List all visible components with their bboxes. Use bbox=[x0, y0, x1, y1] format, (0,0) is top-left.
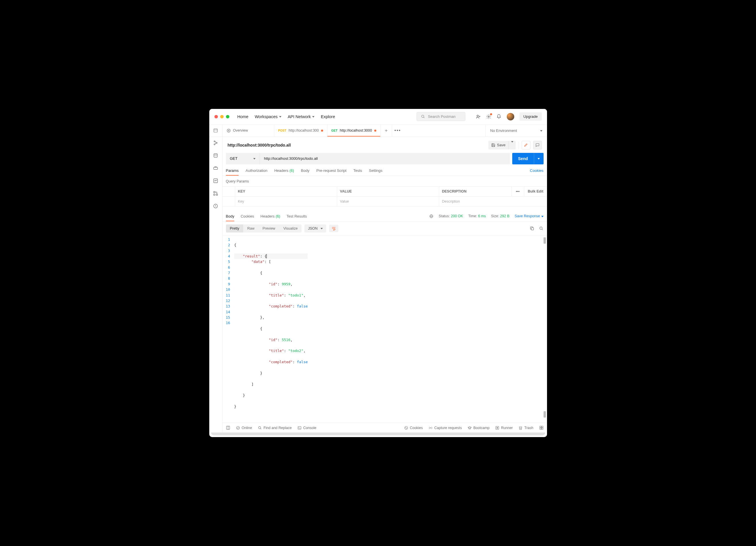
console-icon bbox=[298, 426, 302, 430]
flows-icon[interactable] bbox=[213, 191, 218, 196]
panel-layout-button[interactable] bbox=[226, 426, 230, 430]
response-body-viewer[interactable]: 1234 5678 9101112 13141516 { "result": {… bbox=[222, 236, 547, 423]
find-replace-button[interactable]: Find and Replace bbox=[258, 426, 292, 430]
tab-get-request[interactable]: GET http://localhost:3000/t bbox=[327, 125, 381, 137]
edit-button[interactable] bbox=[522, 141, 530, 149]
svg-line-30 bbox=[542, 229, 543, 230]
send-button[interactable]: Send bbox=[512, 153, 534, 164]
sidebar-toggle[interactable] bbox=[209, 125, 222, 137]
comments-button[interactable] bbox=[533, 141, 542, 149]
tab-body[interactable]: Body bbox=[301, 168, 310, 176]
tab-headers[interactable]: Headers (6) bbox=[274, 168, 294, 176]
tab-authorization[interactable]: Authorization bbox=[245, 168, 267, 176]
trash-button[interactable]: Trash bbox=[519, 426, 534, 430]
save-response-button[interactable]: Save Response bbox=[515, 214, 543, 218]
layout-toggle-button[interactable] bbox=[539, 426, 544, 430]
environment-selector[interactable]: No Environment bbox=[485, 125, 547, 137]
online-status[interactable]: Online bbox=[236, 426, 252, 430]
scroll-thumb[interactable] bbox=[544, 237, 546, 244]
nav-api-network[interactable]: API Network bbox=[288, 114, 315, 119]
nav-home[interactable]: Home bbox=[237, 114, 249, 119]
search-input[interactable]: Search Postman bbox=[417, 112, 465, 121]
new-tab-button[interactable] bbox=[381, 125, 392, 137]
user-avatar[interactable] bbox=[507, 113, 514, 120]
mock-servers-icon[interactable] bbox=[213, 166, 218, 171]
save-dropdown[interactable] bbox=[509, 141, 516, 149]
bootcamp-button[interactable]: Bootcamp bbox=[468, 426, 490, 430]
tab-post-request[interactable]: POST http://localhost:3000/ bbox=[274, 125, 327, 137]
cookies-link[interactable]: Cookies bbox=[530, 168, 544, 176]
format-label: JSON bbox=[308, 226, 317, 230]
view-visualize[interactable]: Visualize bbox=[279, 224, 302, 232]
scroll-thumb[interactable] bbox=[544, 411, 546, 418]
svg-rect-36 bbox=[298, 426, 301, 429]
environment-label: No Environment bbox=[490, 128, 517, 133]
svg-point-9 bbox=[227, 129, 230, 132]
view-pretty[interactable]: Pretty bbox=[226, 224, 243, 232]
globe-icon[interactable] bbox=[429, 214, 433, 218]
trash-label: Trash bbox=[524, 426, 534, 430]
view-raw[interactable]: Raw bbox=[243, 224, 258, 232]
res-tab-headers[interactable]: Headers (6) bbox=[260, 214, 280, 221]
res-tab-body[interactable]: Body bbox=[226, 214, 235, 221]
wrap-lines-button[interactable] bbox=[329, 225, 338, 232]
view-preview[interactable]: Preview bbox=[258, 224, 279, 232]
maximize-window-button[interactable] bbox=[226, 115, 229, 118]
history-icon[interactable] bbox=[213, 203, 218, 209]
tab-get-label: http://localhost:3000/t bbox=[340, 128, 372, 132]
search-response-button[interactable] bbox=[539, 226, 544, 231]
column-options[interactable]: ••• bbox=[511, 187, 524, 196]
layout-icon bbox=[213, 128, 218, 133]
plus-icon bbox=[384, 129, 388, 132]
key-input[interactable]: Key bbox=[235, 197, 337, 206]
request-header-actions: Save bbox=[488, 141, 542, 149]
console-button[interactable]: Console bbox=[298, 426, 316, 430]
unsaved-dot bbox=[321, 130, 323, 132]
http-method-selector[interactable]: GET bbox=[226, 153, 260, 164]
minimize-window-button[interactable] bbox=[220, 115, 224, 118]
description-input[interactable]: Description bbox=[439, 197, 547, 206]
svg-point-14 bbox=[216, 142, 217, 143]
wrap-icon bbox=[331, 226, 336, 230]
save-button-label: Save bbox=[497, 143, 506, 147]
runner-label: Runner bbox=[501, 426, 513, 430]
tab-overflow-button[interactable]: ••• bbox=[392, 125, 404, 137]
tab-post-label: http://localhost:3000/ bbox=[289, 128, 319, 132]
tab-overview[interactable]: Overview bbox=[222, 125, 274, 137]
url-input[interactable]: http://localhost:3000/trpc/todo.all bbox=[260, 153, 510, 164]
res-tab-cookies[interactable]: Cookies bbox=[241, 214, 254, 221]
tab-tests[interactable]: Tests bbox=[353, 168, 362, 176]
line-numbers: 1234 5678 9101112 13141516 bbox=[226, 237, 234, 420]
settings-icon[interactable] bbox=[486, 114, 491, 119]
tab-params[interactable]: Params bbox=[226, 168, 239, 176]
close-window-button[interactable] bbox=[214, 115, 218, 118]
value-input[interactable]: Value bbox=[337, 197, 439, 206]
notifications-icon[interactable] bbox=[496, 114, 502, 119]
send-dropdown[interactable] bbox=[534, 153, 544, 164]
environments-icon[interactable] bbox=[213, 153, 218, 158]
capture-button[interactable]: Capture requests bbox=[429, 426, 462, 430]
column-value: VALUE bbox=[337, 187, 439, 196]
upgrade-button[interactable]: Upgrade bbox=[519, 112, 542, 121]
search-icon bbox=[421, 114, 425, 119]
body-controls-right bbox=[530, 226, 544, 231]
save-button[interactable]: Save bbox=[488, 141, 509, 149]
svg-rect-45 bbox=[542, 426, 543, 428]
copy-response-button[interactable] bbox=[530, 226, 534, 231]
unsaved-dot bbox=[374, 130, 376, 132]
invite-icon[interactable] bbox=[476, 114, 481, 119]
tab-prerequest[interactable]: Pre-request Script bbox=[316, 168, 346, 176]
format-selector[interactable]: JSON bbox=[304, 224, 326, 232]
tab-settings[interactable]: Settings bbox=[369, 168, 383, 176]
monitors-icon[interactable] bbox=[213, 178, 218, 183]
bulk-edit-button[interactable]: Bulk Edit bbox=[524, 187, 547, 196]
collections-icon[interactable] bbox=[213, 140, 218, 145]
runner-button[interactable]: Runner bbox=[495, 426, 513, 430]
nav-workspaces[interactable]: Workspaces bbox=[255, 114, 281, 119]
tab-overview-label: Overview bbox=[233, 128, 248, 132]
cookies-label: Cookies bbox=[410, 426, 423, 430]
res-tab-test-results[interactable]: Test Results bbox=[287, 214, 307, 221]
nav-explore[interactable]: Explore bbox=[321, 114, 335, 119]
horizontal-scrollbar[interactable] bbox=[211, 432, 545, 435]
cookies-button[interactable]: Cookies bbox=[404, 426, 423, 430]
